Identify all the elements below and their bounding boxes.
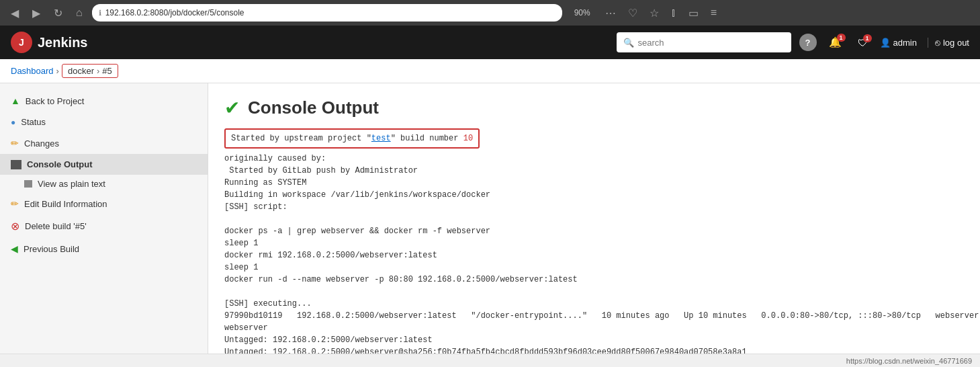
delete-build-icon: ⊗ — [11, 220, 19, 233]
status-bar-link: https://blog.csdn.net/weixin_46771669 — [846, 357, 972, 365]
jenkins-header: J Jenkins 🔍 ? 🔔 1 🛡 1 👤 admin ⎋ log out — [0, 26, 980, 59]
sidebar: ▲ Back to Project ● Status ✏ Changes Con… — [0, 83, 208, 367]
menu-button[interactable]: ⋯ — [601, 5, 620, 21]
shield-badge: 1 — [863, 34, 872, 42]
url-text: 192.168.0.2:8080/job/docker/5/console — [105, 8, 244, 17]
jenkins-logo-icon: J — [11, 32, 32, 53]
sidebar-item-view-plain-text[interactable]: View as plain text — [0, 175, 208, 193]
zoom-level: 90% — [574, 8, 590, 17]
console-first-line: Started by upstream project "test" build… — [231, 134, 473, 143]
back-project-icon: ▲ — [11, 95, 20, 106]
sidebar-item-delete-build[interactable]: ⊗ Delete build '#5' — [0, 214, 208, 238]
breadcrumb-sep-1: › — [56, 66, 59, 76]
breadcrumb-current[interactable]: docker › #5 — [62, 64, 118, 78]
search-box[interactable]: 🔍 — [617, 32, 791, 52]
browser-chrome: ◀ ▶ ↻ ⌂ ℹ 192.168.0.2:8080/job/docker/5/… — [0, 0, 980, 26]
breadcrumb-docker: docker — [68, 66, 94, 76]
bookmark-button[interactable]: ☆ — [645, 5, 663, 21]
reader-view[interactable]: ▭ — [684, 5, 703, 21]
logout-icon: ⎋ — [935, 38, 940, 48]
sidebar-item-edit-build-info[interactable]: ✏ Edit Build Information — [0, 193, 208, 214]
title-check-icon: ✔ — [224, 97, 240, 119]
browser-actions: ⋯ ♡ ☆ ⫿ ▭ ≡ — [601, 5, 721, 21]
sidebar-label-previous-build: Previous Build — [24, 244, 79, 254]
breadcrumb: Dashboard › docker › #5 — [0, 59, 980, 83]
shield-button[interactable]: 🛡 1 — [854, 34, 872, 51]
help-button[interactable]: ? — [799, 34, 817, 51]
breadcrumb-build: #5 — [102, 66, 112, 76]
main-layout: ▲ Back to Project ● Status ✏ Changes Con… — [0, 83, 980, 367]
notifications-badge: 1 — [837, 34, 846, 42]
status-bar: https://blog.csdn.net/weixin_46771669 — [0, 354, 980, 367]
user-menu[interactable]: 👤 admin — [880, 38, 917, 48]
notifications-button[interactable]: 🔔 1 — [825, 34, 846, 51]
user-icon: 👤 — [880, 38, 891, 48]
search-icon: 🔍 — [623, 38, 634, 48]
edit-build-icon: ✏ — [11, 198, 19, 209]
page-title-row: ✔ Console Output — [224, 97, 964, 119]
build-number: 10 — [463, 134, 473, 143]
sidebar-item-back-to-project[interactable]: ▲ Back to Project — [0, 90, 208, 112]
jenkins-logo-text: Jenkins — [38, 35, 87, 50]
forward-button[interactable]: ▶ — [28, 5, 44, 21]
page-title: Console Output — [248, 97, 379, 118]
console-output-text: originally caused by: Started by GitLab … — [224, 153, 964, 367]
sidebar-item-previous-build[interactable]: ◀ Previous Build — [0, 238, 208, 259]
upstream-project-link[interactable]: test — [371, 134, 391, 143]
status-icon: ● — [11, 118, 15, 127]
logout-label: log out — [943, 38, 969, 48]
sidebar-label-console-output: Console Output — [27, 159, 93, 169]
plain-text-icon — [24, 180, 32, 188]
search-input[interactable] — [638, 38, 785, 48]
console-first-line-box: Started by upstream project "test" build… — [224, 128, 480, 149]
security-icon: ℹ — [99, 9, 101, 17]
previous-build-icon: ◀ — [11, 243, 18, 254]
sidebar-label-edit-build-info: Edit Build Information — [24, 199, 107, 209]
user-label: admin — [893, 38, 917, 48]
refresh-button[interactable]: ↻ — [50, 5, 66, 21]
sidebar-label-view-plain-text: View as plain text — [38, 179, 105, 189]
sidebar-label-back-to-project: Back to Project — [26, 96, 84, 106]
home-button[interactable]: ⌂ — [72, 5, 87, 20]
jenkins-logo[interactable]: J Jenkins — [11, 32, 87, 53]
back-button[interactable]: ◀ — [7, 5, 23, 21]
bookmarks-sidebar[interactable]: ⫿ — [667, 5, 680, 20]
browser-menu[interactable]: ≡ — [707, 5, 721, 20]
logout-button[interactable]: ⎋ log out — [928, 38, 969, 48]
pocket-button[interactable]: ♡ — [624, 5, 641, 21]
console-output-icon — [11, 160, 21, 169]
sidebar-label-status: Status — [21, 117, 46, 127]
breadcrumb-sep-2: › — [97, 66, 99, 76]
changes-icon: ✏ — [11, 138, 19, 149]
sidebar-label-delete-build: Delete build '#5' — [25, 221, 87, 231]
sidebar-label-changes: Changes — [24, 138, 59, 149]
address-bar[interactable]: ℹ 192.168.0.2:8080/job/docker/5/console — [92, 4, 562, 22]
sidebar-item-changes[interactable]: ✏ Changes — [0, 132, 208, 154]
content-area: ✔ Console Output Started by upstream pro… — [208, 83, 980, 367]
sidebar-item-status[interactable]: ● Status — [0, 112, 208, 132]
sidebar-item-console-output[interactable]: Console Output — [0, 154, 208, 175]
breadcrumb-dashboard[interactable]: Dashboard — [11, 66, 54, 76]
